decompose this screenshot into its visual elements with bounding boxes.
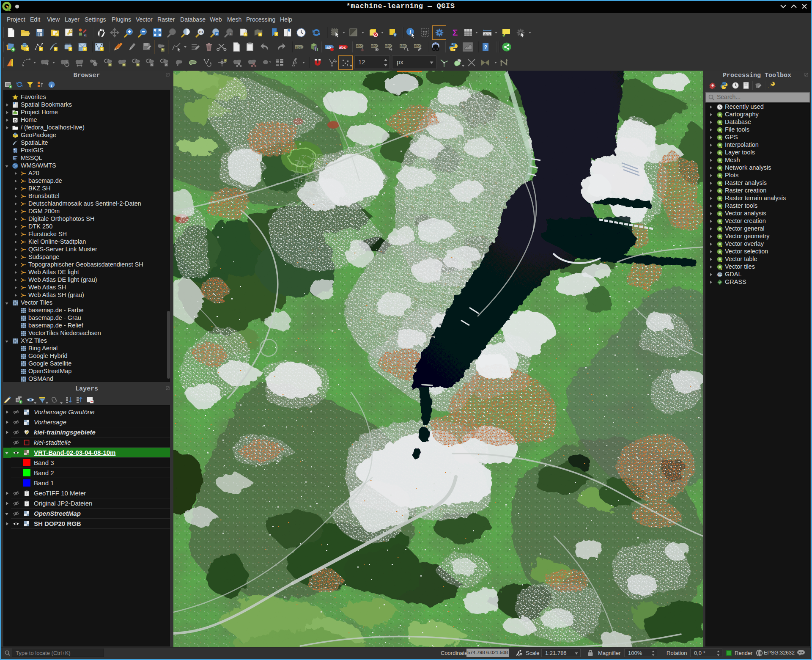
svg-text:abc: abc xyxy=(356,44,362,48)
svg-text:a: a xyxy=(84,33,87,37)
svg-text:<: < xyxy=(216,32,218,36)
svg-text:ab: ab xyxy=(326,45,331,50)
svg-text:GDAL: GDAL xyxy=(717,274,723,277)
svg-text:abc: abc xyxy=(339,45,346,50)
svg-text:?: ? xyxy=(484,44,487,50)
svg-text:abc: abc xyxy=(371,44,377,48)
svg-text:>: > xyxy=(230,32,232,36)
svg-text:abc: abc xyxy=(385,44,391,48)
svg-text:1:1: 1:1 xyxy=(199,30,203,33)
svg-text:i: i xyxy=(409,29,411,35)
svg-text:Σ: Σ xyxy=(453,28,458,37)
svg-text:abc: abc xyxy=(295,45,302,50)
svg-text:abc: abc xyxy=(414,44,420,48)
